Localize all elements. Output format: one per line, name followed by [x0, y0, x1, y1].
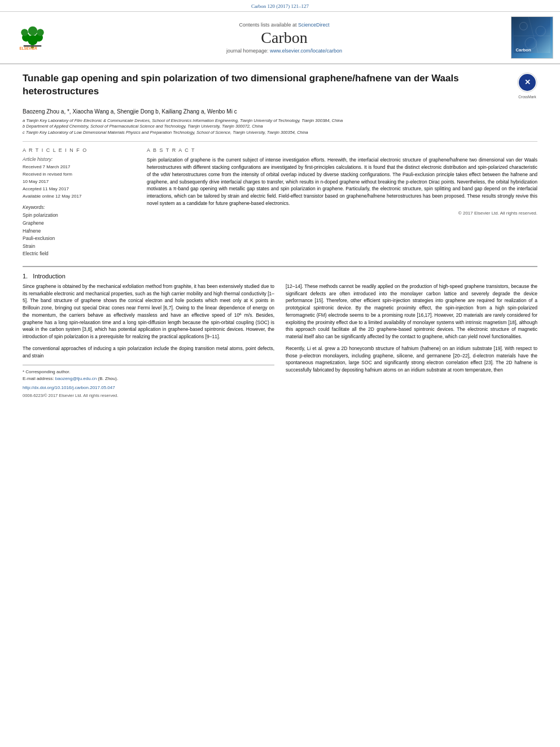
crossmark-button[interactable]: ✕ CrossMark — [517, 72, 537, 99]
introduction-section: 1. Introduction Since graphene is obtain… — [23, 273, 537, 399]
crossmark-label: CrossMark — [517, 95, 537, 99]
email-footnote: E-mail address: baozeng@tju.edu.cn (B. Z… — [23, 375, 274, 382]
svg-text:Carbon: Carbon — [515, 47, 531, 53]
abstract-header: A B S T R A C T — [147, 147, 537, 153]
journal-header-center: Contents lists available at ScienceDirec… — [63, 16, 505, 59]
title-block: Tunable gap opening and spin polarizatio… — [23, 72, 510, 104]
svg-point-6 — [37, 29, 44, 36]
divider-1 — [23, 141, 537, 142]
history-revised-date: 10 May 2017 — [23, 178, 135, 186]
intro-para-2: The conventional approaches of inducing … — [23, 345, 274, 360]
intro-para-3: [12–14]. These methods cannot be readily… — [286, 283, 537, 340]
affiliations: a Tianjin Key Laboratory of Film Electro… — [23, 118, 537, 136]
article-info-column: A R T I C L E I N F O Article history: R… — [23, 147, 135, 258]
email-link[interactable]: baozeng@tju.edu.cn — [55, 376, 97, 381]
corresponding-author-note: * Corresponding author. — [23, 369, 274, 375]
contents-line: Contents lists available at ScienceDirec… — [239, 22, 329, 28]
article-info-header: A R T I C L E I N F O — [23, 147, 135, 153]
footnote-section: * Corresponding author. E-mail address: … — [23, 365, 274, 399]
keyword-3: Pauli-exclusion — [23, 235, 135, 243]
keywords-label: Keywords: — [23, 204, 135, 210]
intro-col-2: [12–14]. These methods cannot be readily… — [286, 283, 537, 399]
journal-name: Carbon — [261, 29, 307, 47]
section-number-title: 1. Introduction — [23, 273, 537, 279]
svg-text:✕: ✕ — [524, 78, 531, 86]
keyword-5: Electric field — [23, 250, 135, 258]
article-title: Tunable gap opening and spin polarizatio… — [23, 72, 510, 98]
journal-homepage-line: journal homepage: www.elsevier.com/locat… — [226, 48, 342, 54]
cover-image-svg: Carbon — [514, 16, 550, 56]
homepage-link[interactable]: www.elsevier.com/locate/carbon — [270, 48, 342, 54]
journal-header: ELSEVIER Contents lists available at Sci… — [0, 12, 560, 64]
issn-line: 0008-6223/© 2017 Elsevier Ltd. All right… — [23, 392, 274, 399]
keyword-1: Graphene — [23, 220, 135, 228]
affiliation-b: b Department of Applied Chemistry, Schoo… — [23, 124, 537, 130]
crossmark-icon: ✕ — [517, 72, 537, 93]
affiliation-c: c Tianjin Key Laboratory of Low Dimensio… — [23, 130, 537, 136]
history-revised-label: Received in revised form — [23, 171, 135, 178]
keyword-0: Spin polarization — [23, 212, 135, 220]
doi-line[interactable]: http://dx.doi.org/10.1016/j.carbon.2017.… — [23, 385, 274, 391]
main-content: Tunable gap opening and spin polarizatio… — [0, 64, 560, 407]
intro-para-1: Since graphene is obtained by the mechan… — [23, 283, 274, 340]
abstract-text: Spin polarization of graphene is the cur… — [147, 156, 537, 207]
history-online: Available online 12 May 2017 — [23, 193, 135, 200]
authors-line: Baozeng Zhou a, *, Xiaocha Wang a, Sheng… — [23, 108, 537, 115]
intro-para-4: Recently, Li et al. grew a 2D honeycomb … — [286, 345, 537, 374]
elsevier-tree-icon: ELSEVIER — [17, 25, 48, 50]
article-info-abstract-section: A R T I C L E I N F O Article history: R… — [23, 147, 537, 258]
keyword-4: Strain — [23, 243, 135, 251]
sciencedirect-link[interactable]: ScienceDirect — [298, 22, 330, 28]
body-divider — [23, 266, 537, 267]
copyright-line: © 2017 Elsevier Ltd. All rights reserved… — [147, 211, 537, 216]
svg-point-4 — [21, 29, 28, 36]
svg-point-5 — [28, 27, 37, 36]
title-crossmark-area: Tunable gap opening and spin polarizatio… — [23, 72, 537, 104]
journal-bar: Carbon 120 (2017) 121–127 — [0, 0, 560, 12]
journal-citation: Carbon 120 (2017) 121–127 — [251, 3, 309, 9]
svg-text:ELSEVIER: ELSEVIER — [19, 46, 37, 50]
page-wrapper: Carbon 120 (2017) 121–127 ELSEVIER Conte… — [0, 0, 560, 747]
elsevier-logo: ELSEVIER — [7, 16, 58, 59]
history-received: Received 7 March 2017 — [23, 164, 135, 171]
abstract-column: A B S T R A C T Spin polarization of gra… — [147, 147, 537, 258]
intro-body: Since graphene is obtained by the mechan… — [23, 283, 537, 399]
history-accepted: Accepted 11 May 2017 — [23, 186, 135, 193]
intro-col-1: Since graphene is obtained by the mechan… — [23, 283, 274, 399]
history-label: Article history: — [23, 156, 135, 162]
keyword-2: Hafnene — [23, 228, 135, 235]
affiliation-a: a Tianjin Key Laboratory of Film Electro… — [23, 118, 537, 124]
journal-cover-image: Carbon — [511, 16, 553, 59]
